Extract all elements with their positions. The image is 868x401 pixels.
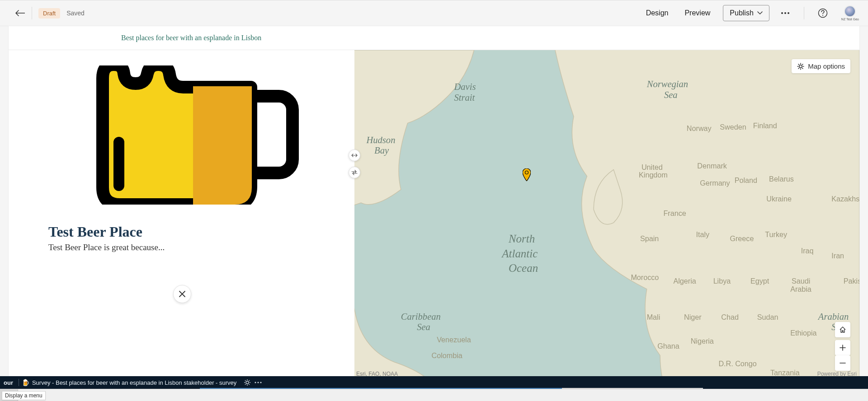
slide-title[interactable]: Test Beer Place bbox=[48, 224, 142, 240]
svg-point-65 bbox=[258, 382, 259, 383]
svg-text:Finland: Finland bbox=[753, 121, 777, 130]
publish-button[interactable]: Publish bbox=[723, 5, 769, 21]
design-button[interactable]: Design bbox=[640, 5, 675, 21]
draft-badge: Draft bbox=[38, 8, 60, 19]
svg-text:Egypt: Egypt bbox=[750, 277, 769, 285]
svg-text:D.R. Congo: D.R. Congo bbox=[718, 359, 756, 368]
svg-point-64 bbox=[255, 382, 256, 383]
chevron-down-icon bbox=[757, 11, 763, 15]
slide-image[interactable] bbox=[85, 65, 301, 205]
home-icon bbox=[839, 326, 846, 333]
svg-text:Arabia: Arabia bbox=[790, 285, 811, 293]
svg-text:Iran: Iran bbox=[831, 252, 844, 260]
more-button[interactable] bbox=[253, 377, 264, 388]
os-taskbar bbox=[0, 389, 868, 401]
svg-text:Colombia: Colombia bbox=[431, 351, 462, 359]
svg-text:Algeria: Algeria bbox=[673, 277, 696, 285]
svg-text:Norway: Norway bbox=[687, 124, 712, 132]
bottom-title: our bbox=[4, 379, 13, 386]
map-svg: Davis Strait Hudson Bay Norwegian Sea Ca… bbox=[354, 50, 859, 379]
beer-mug-icon bbox=[85, 65, 301, 205]
help-button[interactable] bbox=[813, 4, 832, 23]
ellipsis-icon bbox=[781, 12, 790, 14]
back-button[interactable] bbox=[11, 4, 29, 22]
divider bbox=[19, 379, 19, 386]
svg-text:Greece: Greece bbox=[730, 234, 754, 242]
svg-text:Ukraine: Ukraine bbox=[766, 195, 792, 203]
top-nav: Design Preview Publish bbox=[640, 4, 859, 23]
svg-point-4 bbox=[822, 15, 823, 16]
svg-text:Norwegian: Norwegian bbox=[646, 79, 688, 89]
top-bar: Draft Saved Design Preview Publish bbox=[0, 0, 868, 26]
map-home-button[interactable] bbox=[835, 322, 850, 337]
svg-text:Libya: Libya bbox=[713, 277, 731, 285]
split-resize-button[interactable] bbox=[349, 149, 360, 161]
svg-text:Ghana: Ghana bbox=[657, 342, 679, 350]
app-root: Draft Saved Design Preview Publish bbox=[0, 0, 868, 401]
story-title[interactable]: Best places for beer with an esplanade i… bbox=[121, 34, 261, 42]
map-pin-icon[interactable] bbox=[523, 168, 531, 181]
close-icon bbox=[179, 290, 186, 298]
svg-text:Nigeria: Nigeria bbox=[691, 337, 714, 345]
minus-icon bbox=[840, 360, 846, 366]
svg-text:Davis: Davis bbox=[453, 82, 476, 92]
map-zoom-out-button[interactable] bbox=[835, 355, 850, 371]
preview-button[interactable]: Preview bbox=[678, 5, 717, 21]
map-options-button[interactable]: Map options bbox=[792, 59, 850, 73]
slide-description[interactable]: Test Beer Place is great because... bbox=[48, 242, 165, 252]
avatar-label: NZ Test Geo bbox=[841, 18, 859, 21]
close-slide-button[interactable] bbox=[173, 285, 191, 303]
svg-text:Chad: Chad bbox=[721, 313, 739, 321]
svg-text:Sea: Sea bbox=[417, 322, 430, 332]
svg-text:Niger: Niger bbox=[684, 313, 702, 321]
svg-rect-5 bbox=[113, 137, 124, 191]
settings-button[interactable] bbox=[242, 377, 253, 388]
svg-text:Sudan: Sudan bbox=[757, 313, 778, 321]
avatar bbox=[844, 5, 856, 17]
svg-text:Hudson: Hudson bbox=[366, 135, 395, 145]
svg-text:North: North bbox=[508, 233, 535, 245]
svg-text:Arabian: Arabian bbox=[817, 312, 849, 322]
svg-text:Ocean: Ocean bbox=[509, 262, 538, 274]
slide-panel: Test Beer Place Test Beer Place is great… bbox=[9, 50, 354, 379]
svg-text:Tanzania: Tanzania bbox=[770, 368, 800, 377]
account-menu[interactable]: NZ Test Geo bbox=[841, 5, 859, 21]
svg-text:Denmark: Denmark bbox=[697, 162, 727, 170]
map-zoom-in-button[interactable] bbox=[835, 340, 850, 355]
divider bbox=[32, 7, 32, 19]
svg-text:Sweden: Sweden bbox=[720, 123, 746, 131]
gear-icon bbox=[797, 63, 804, 70]
svg-text:Kazakhstan: Kazakhstan bbox=[831, 195, 859, 203]
tooltip: Display a menu bbox=[2, 391, 46, 400]
svg-text:United: United bbox=[642, 163, 663, 171]
help-icon bbox=[818, 8, 828, 18]
swap-icon bbox=[351, 170, 358, 175]
resize-horizontal-icon bbox=[351, 153, 358, 158]
svg-text:Mali: Mali bbox=[647, 313, 660, 321]
svg-text:Ethiopia: Ethiopia bbox=[790, 329, 816, 337]
bottom-status-bar: our 🍺 Survey - Best places for beer with… bbox=[0, 376, 868, 389]
map-panel[interactable]: Davis Strait Hudson Bay Norwegian Sea Ca… bbox=[354, 50, 859, 379]
svg-point-1 bbox=[784, 12, 786, 14]
divider bbox=[804, 7, 804, 19]
svg-point-62 bbox=[799, 65, 802, 68]
plus-icon bbox=[840, 345, 846, 351]
svg-text:Italy: Italy bbox=[696, 230, 710, 238]
more-menu-button[interactable] bbox=[776, 4, 795, 23]
story-header: Best places for beer with an esplanade i… bbox=[9, 26, 859, 50]
svg-point-66 bbox=[260, 382, 262, 383]
svg-text:Kingdom: Kingdom bbox=[639, 171, 668, 179]
save-status: Saved bbox=[66, 9, 85, 17]
svg-text:Atlantic: Atlantic bbox=[501, 247, 538, 260]
story-canvas: Best places for beer with an esplanade i… bbox=[9, 26, 859, 379]
svg-text:Caribbean: Caribbean bbox=[401, 312, 441, 322]
gear-icon bbox=[244, 379, 251, 386]
survey-name[interactable]: Survey - Best places for beer with an es… bbox=[32, 379, 236, 386]
map-options-label: Map options bbox=[808, 62, 845, 70]
svg-point-63 bbox=[246, 381, 249, 384]
svg-text:Bay: Bay bbox=[374, 145, 389, 156]
swap-panels-button[interactable] bbox=[349, 167, 360, 178]
svg-text:Poland: Poland bbox=[735, 176, 757, 184]
svg-text:Venezuela: Venezuela bbox=[437, 336, 471, 344]
svg-text:Morocco: Morocco bbox=[631, 273, 659, 281]
